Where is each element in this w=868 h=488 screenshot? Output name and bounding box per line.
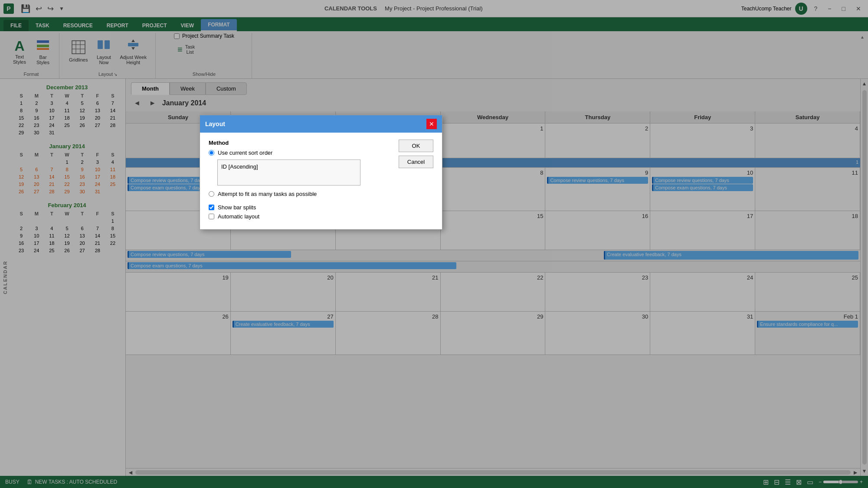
show-bar-splits-label: Show bar splits (218, 204, 256, 211)
method-label: Method (209, 140, 390, 146)
sort-order-box: ID [Ascending] (217, 159, 360, 185)
automatic-layout-checkbox[interactable] (209, 214, 214, 219)
dialog-content: Method Use current sort order ID [Ascend… (209, 140, 433, 222)
checkbox-row-1: Show bar splits (209, 204, 390, 211)
ok-button[interactable]: OK (399, 140, 433, 152)
dialog-overlay: Layout ✕ Method Use current sort order I… (0, 0, 868, 488)
dialog-left: Method Use current sort order ID [Ascend… (209, 140, 390, 222)
radio-row-2: Attempt to fit as many tasks as possible (209, 191, 390, 197)
checkbox-row-2: Automatic layout (209, 213, 390, 220)
radio-current-sort[interactable] (209, 150, 214, 156)
cancel-button[interactable]: Cancel (399, 156, 433, 168)
automatic-layout-label: Automatic layout (218, 213, 259, 220)
radio-fit-tasks[interactable] (209, 191, 214, 197)
layout-dialog: Layout ✕ Method Use current sort order I… (200, 115, 442, 230)
radio-row-1: Use current sort order (209, 150, 390, 156)
radio-current-sort-label: Use current sort order (218, 150, 272, 156)
radio-fit-tasks-label: Attempt to fit as many tasks as possible (218, 191, 317, 197)
dialog-close-button[interactable]: ✕ (426, 119, 437, 129)
dialog-actions: OK Cancel (399, 140, 433, 222)
dialog-title: Layout (205, 120, 225, 127)
dialog-titlebar: Layout ✕ (200, 115, 442, 133)
checkboxes-area: Show bar splits Automatic layout (209, 204, 390, 220)
dialog-body: Method Use current sort order ID [Ascend… (200, 133, 442, 229)
show-bar-splits-checkbox[interactable] (209, 205, 214, 210)
